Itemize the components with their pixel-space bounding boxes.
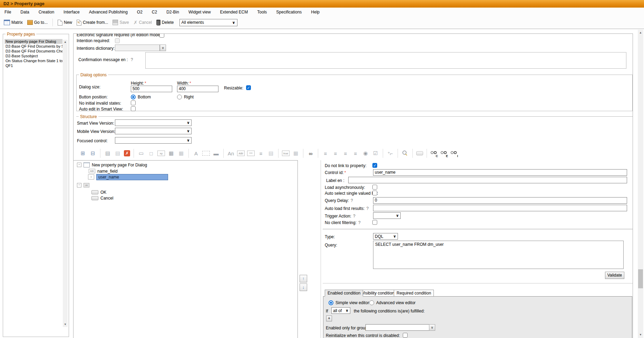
grid-icon[interactable]: ▦ bbox=[177, 149, 185, 157]
goto-button[interactable]: Go to... bbox=[26, 19, 49, 26]
height-input[interactable]: 500 bbox=[131, 86, 172, 92]
auto-select-single-checkbox[interactable] bbox=[372, 191, 377, 195]
property-page-item[interactable]: On Status Change from State 1 to bbox=[4, 58, 62, 63]
label-en-input[interactable] bbox=[348, 177, 627, 183]
save-button[interactable]: Save bbox=[111, 19, 130, 26]
mobile-view-version-select[interactable]: ∨ bbox=[115, 128, 192, 134]
trigger-action-select[interactable]: ∨ bbox=[373, 212, 401, 219]
property-pages-scrollbar[interactable]: ▲ ▼ bbox=[63, 40, 68, 327]
intentions-dictionary-dropdown-button[interactable]: ∨ bbox=[160, 45, 166, 51]
menu-item-tools[interactable]: Tools bbox=[257, 10, 267, 15]
scroll-up-icon[interactable]: ▲ bbox=[638, 30, 643, 35]
menu-item-extended-ecm[interactable]: Extended ECM bbox=[220, 10, 248, 15]
matrix-button[interactable]: Matrix bbox=[3, 19, 24, 26]
new-button[interactable]: New bbox=[57, 19, 73, 26]
field-frame-icon[interactable] bbox=[202, 151, 210, 156]
menu-item-d2-bin[interactable]: D2-Bin bbox=[166, 10, 179, 15]
page-scrollbar[interactable]: ▲ ▼ bbox=[638, 30, 643, 338]
menu-item-specifications[interactable]: Specifications bbox=[276, 10, 302, 15]
property-page-item[interactable]: D2-Base QF Find Documents by S bbox=[4, 44, 62, 49]
move-down-button[interactable]: ↓ bbox=[300, 283, 307, 291]
multi-list-icon[interactable]: ≡ bbox=[342, 149, 349, 157]
tab-panel-icon[interactable]: ▭ bbox=[137, 149, 145, 157]
tree-buttons-group-node[interactable]: − ok bbox=[77, 182, 89, 188]
simple-view-editor-radio[interactable] bbox=[329, 300, 333, 305]
do-not-link-checkbox[interactable]: ✓ bbox=[372, 163, 377, 168]
reinitialize-checkbox[interactable] bbox=[403, 333, 408, 338]
link-icon[interactable]: ∞ bbox=[307, 149, 314, 157]
query-textarea[interactable]: SELECT user_name FROM dm_user bbox=[373, 241, 624, 269]
value-list-icon[interactable]: ≡ bbox=[322, 149, 329, 157]
menu-item-data[interactable]: Data bbox=[20, 10, 29, 15]
delete-control-icon[interactable]: ✗ bbox=[124, 150, 130, 156]
property-page-item[interactable]: D2-Base QF Find Documents Chec bbox=[4, 49, 62, 54]
button-position-bottom-radio[interactable] bbox=[131, 95, 136, 99]
tree-node-user-name[interactable]: ≡ user_name bbox=[88, 174, 168, 180]
rich-text-icon[interactable]: ▤ bbox=[267, 149, 275, 157]
glasses-i-icon[interactable]: I bbox=[450, 149, 458, 157]
cancel-button[interactable]: ✗ Cancel bbox=[133, 19, 153, 26]
auto-load-first-input[interactable] bbox=[373, 205, 627, 211]
load-async-checkbox[interactable] bbox=[372, 185, 377, 190]
tab-enabled-condition[interactable]: Enabled condition bbox=[325, 290, 363, 297]
intention-required-checkbox[interactable] bbox=[115, 38, 120, 43]
create-from-button[interactable]: Create from... bbox=[76, 19, 109, 26]
query-type-select[interactable]: DQL∨ bbox=[373, 233, 398, 240]
menu-item-advanced-publishing[interactable]: Advanced Publishing bbox=[89, 10, 128, 15]
focused-control-select[interactable]: ∨ bbox=[115, 137, 192, 144]
validate-button[interactable]: Validate bbox=[605, 272, 624, 279]
paste-icon[interactable]: ▤ bbox=[114, 149, 121, 157]
tree-node-cancel[interactable]: Cancel bbox=[91, 195, 113, 201]
combo-table-icon[interactable]: ▦ bbox=[292, 149, 300, 157]
combo-list-icon[interactable]: ≡ bbox=[352, 149, 359, 157]
element-filter-select[interactable]: All elements ∨ bbox=[179, 19, 237, 26]
menu-item-o2[interactable]: O2 bbox=[137, 10, 143, 15]
scroll-down-icon[interactable]: ▼ bbox=[638, 332, 643, 337]
glasses-c-icon[interactable]: C bbox=[430, 149, 438, 157]
scroll-down-icon[interactable]: ▼ bbox=[63, 322, 68, 327]
glasses-e-icon[interactable]: E bbox=[440, 149, 448, 157]
enabled-group-dropdown-button[interactable]: ∨ bbox=[429, 324, 435, 331]
menu-item-widget-view[interactable]: Widget view bbox=[188, 10, 211, 15]
separator-line-icon[interactable]: ▬ bbox=[212, 149, 220, 157]
table-icon[interactable]: ▦ bbox=[167, 149, 175, 157]
tree-node-ok[interactable]: OK bbox=[91, 189, 106, 195]
panel-icon[interactable]: □ bbox=[147, 149, 155, 157]
menu-item-c2[interactable]: C2 bbox=[152, 10, 157, 15]
tab-required-condition[interactable]: Required condition bbox=[394, 290, 434, 297]
quantifier-select[interactable]: all of∨ bbox=[331, 307, 350, 314]
collapse-icon[interactable]: − bbox=[77, 183, 81, 187]
intentions-dictionary-select[interactable] bbox=[115, 45, 160, 51]
button-position-right-radio[interactable] bbox=[177, 95, 182, 99]
label-icon[interactable]: An bbox=[227, 149, 235, 157]
confirmation-message-textarea[interactable] bbox=[145, 52, 626, 69]
advanced-view-editor-radio[interactable] bbox=[369, 300, 374, 305]
copy-icon[interactable]: ▤ bbox=[104, 149, 111, 157]
checkbox-icon[interactable]: ☑ bbox=[372, 149, 379, 157]
delete-button[interactable]: Delete bbox=[155, 19, 175, 26]
add-condition-button[interactable]: + bbox=[326, 316, 332, 321]
control-id-input[interactable]: user_name bbox=[373, 169, 627, 176]
radio-icon[interactable]: ◉ bbox=[362, 149, 369, 157]
password-field-icon[interactable]: *** bbox=[247, 151, 255, 156]
collapse-all-icon[interactable]: ⊟ bbox=[89, 149, 97, 157]
button-icon[interactable] bbox=[416, 151, 423, 155]
query-delay-input[interactable]: 0 bbox=[373, 197, 627, 204]
menu-item-help[interactable]: Help bbox=[311, 10, 320, 15]
hierarchy-icon[interactable]: °⌐ bbox=[387, 149, 394, 157]
smart-view-version-select[interactable]: ∨ bbox=[115, 119, 192, 126]
font-icon[interactable]: A bbox=[192, 149, 200, 157]
tree-node-name-field[interactable]: ABI name_field bbox=[89, 168, 118, 174]
no-client-filtering-checkbox[interactable] bbox=[372, 220, 377, 225]
resizable-checkbox[interactable]: ✓ bbox=[246, 85, 251, 90]
property-page-item[interactable]: D2-Base Sysobject bbox=[4, 54, 62, 58]
electronic-signature-checkbox[interactable] bbox=[159, 33, 164, 38]
menu-item-interface[interactable]: Interface bbox=[64, 10, 80, 15]
xy-panel-icon[interactable]: xy bbox=[157, 151, 165, 156]
boolean-icon[interactable]: true bbox=[282, 151, 290, 156]
tab-visibility-condition[interactable]: Visibility condition bbox=[359, 290, 397, 297]
scrollbar-thumb[interactable] bbox=[638, 269, 643, 288]
menu-item-file[interactable]: File bbox=[4, 10, 11, 15]
search-icon[interactable] bbox=[401, 149, 409, 157]
textarea-icon[interactable]: ≡ bbox=[257, 149, 265, 157]
